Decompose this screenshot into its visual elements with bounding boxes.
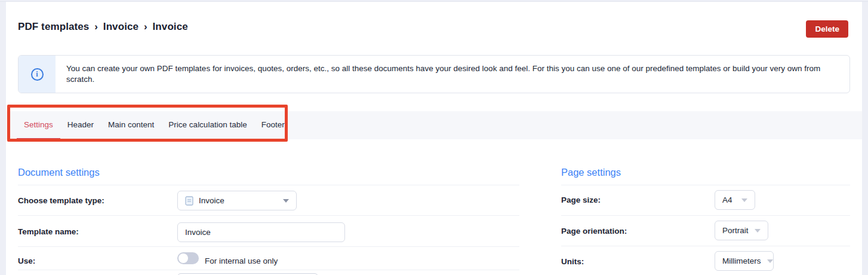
page-orientation-label: Page orientation:: [561, 227, 627, 236]
info-banner: i You can create your own PDF templates …: [18, 55, 850, 93]
info-banner-text-content: You can create your own PDF templates fo…: [66, 63, 839, 85]
tab-footer[interactable]: Footer: [254, 111, 292, 139]
tab-price-calculation-table[interactable]: Price calculation table: [161, 111, 254, 139]
units-select[interactable]: Millimeters: [715, 251, 774, 271]
tab-bar: Settings Header Main content Price calcu…: [6, 111, 862, 139]
internal-use-toggle-label: For internal use only: [205, 256, 278, 265]
tab-main-content[interactable]: Main content: [101, 111, 161, 139]
use-label: Use:: [18, 256, 35, 265]
tab-header[interactable]: Header: [60, 111, 101, 139]
chevron-down-icon: [741, 198, 747, 202]
page-size-value: A4: [722, 195, 732, 204]
breadcrumb-separator: ›: [94, 21, 98, 32]
tab-settings[interactable]: Settings: [17, 111, 60, 139]
units-label: Units:: [561, 257, 584, 266]
divider: [561, 215, 850, 216]
divider: [561, 185, 850, 185]
page-settings-title: Page settings: [561, 167, 621, 178]
page-orientation-select[interactable]: Portrait: [715, 221, 768, 240]
main-panel: PDF templates › Invoice › Invoice Delete…: [6, 2, 862, 275]
breadcrumb-item-invoice[interactable]: Invoice: [103, 21, 138, 32]
template-name-label: Template name:: [18, 227, 79, 236]
divider: [18, 185, 519, 185]
template-name-input[interactable]: [177, 222, 345, 242]
page-size-label: Page size:: [561, 195, 601, 204]
breadcrumb-separator: ›: [144, 21, 147, 32]
divider: [561, 246, 850, 246]
page-orientation-value: Portrait: [722, 226, 749, 235]
template-type-value: Invoice: [199, 196, 224, 205]
divider: [18, 270, 519, 270]
info-banner-text: You can create your own PDF templates fo…: [56, 56, 849, 93]
template-type-label: Choose template type:: [18, 196, 104, 205]
chevron-down-icon: [755, 229, 761, 233]
chevron-down-icon: [283, 199, 289, 203]
page-size-select[interactable]: A4: [715, 190, 755, 210]
delete-button[interactable]: Delete: [806, 20, 848, 38]
divider: [18, 246, 519, 247]
document-settings-title: Document settings: [18, 167, 100, 178]
divider: [18, 215, 519, 216]
toggle-knob: [178, 253, 188, 263]
info-icon-cell: i: [19, 56, 56, 93]
document-icon: [185, 196, 193, 206]
info-icon: i: [31, 68, 44, 81]
breadcrumb-item-invoice-current: Invoice: [153, 21, 188, 32]
breadcrumb-item-pdf-templates[interactable]: PDF templates: [18, 21, 89, 32]
breadcrumb: PDF templates › Invoice › Invoice: [18, 21, 190, 33]
internal-use-toggle[interactable]: [177, 252, 199, 264]
chevron-down-icon: [767, 259, 773, 263]
units-value: Millimeters: [722, 256, 761, 265]
template-type-select[interactable]: Invoice: [177, 191, 297, 210]
